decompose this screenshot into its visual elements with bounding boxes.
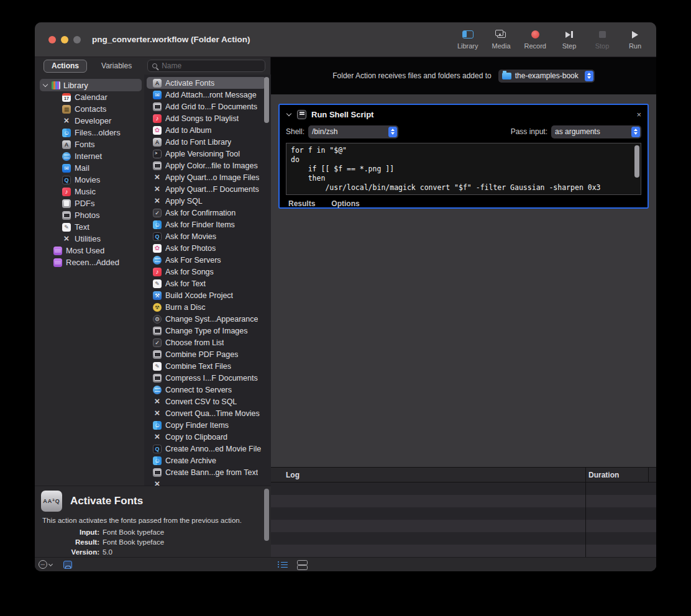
action-list-item[interactable]: Convert Qua...Time Movies (147, 407, 266, 419)
action-list-item[interactable]: Create Bann...ge from Text (147, 466, 266, 478)
toolbar-button-label: Run (629, 42, 641, 50)
action-list-item[interactable]: Ask For Servers (147, 254, 266, 266)
library-category-icon (62, 199, 71, 208)
action-list-item[interactable]: Combine Text Files (147, 360, 266, 372)
media-browser-icon[interactable] (63, 561, 72, 569)
action-item-label: Add to Font Library (165, 138, 231, 147)
log-list-view-icon[interactable] (278, 561, 288, 568)
action-list-item[interactable]: Copy Finder Items (147, 419, 266, 431)
action-block-footer-tab[interactable]: Options (331, 199, 359, 208)
action-list-item[interactable]: Add Grid to...F Documents (147, 101, 266, 112)
action-item-label: Apply Quart...F Documents (165, 185, 259, 194)
action-list-item[interactable]: Add to Album (147, 124, 266, 136)
action-list-item[interactable]: Ask for Songs (147, 266, 266, 278)
action-list-item[interactable]: Change Type of Images (147, 325, 266, 337)
action-list-item[interactable]: Compress I...F Documents (147, 372, 266, 384)
library-category-row[interactable]: Contacts (35, 103, 144, 115)
search-input[interactable] (160, 61, 260, 71)
library-root-row[interactable]: Library (40, 79, 142, 91)
library-category-row[interactable]: Text (35, 221, 144, 233)
description-scrollbar[interactable] (264, 489, 269, 541)
action-menu-button[interactable] (39, 560, 52, 569)
chevron-down-icon[interactable] (43, 82, 48, 87)
library-category-row[interactable]: Music (35, 186, 144, 197)
action-list-item[interactable]: Change Syst...Appearance (147, 313, 266, 325)
action-item-icon (153, 386, 162, 394)
library-category-icon (62, 235, 71, 243)
action-list-item[interactable]: Ask for Text (147, 278, 266, 289)
close-icon[interactable]: × (636, 111, 641, 119)
action-list-item[interactable]: Connect to Servers (147, 384, 266, 396)
action-list-scrollbar[interactable] (264, 77, 269, 123)
library-category-row[interactable]: Movies (35, 174, 144, 186)
description-field-label: Result: (35, 537, 99, 547)
library-category-row[interactable]: Internet (35, 150, 144, 162)
shell-select[interactable]: /bin/zsh (308, 125, 398, 138)
toolbar-button[interactable]: Stop (592, 29, 612, 50)
library-category-row[interactable]: Developer (35, 115, 144, 127)
shell-label: Shell: (286, 127, 304, 136)
action-item-icon (153, 79, 162, 88)
run-shell-script-block[interactable]: Run Shell Script × Shell: /bin/zsh Pass … (278, 104, 649, 209)
library-collection-row[interactable]: Most Used (35, 245, 144, 256)
library-category-row[interactable]: Photos (35, 209, 144, 221)
action-list-item[interactable]: Apple Versioning Tool (147, 148, 266, 160)
action-list-item[interactable]: Build Xcode Project (147, 289, 266, 301)
column-divider[interactable] (585, 468, 586, 483)
close-window-button[interactable] (48, 36, 56, 43)
action-item-label: Apply Color...file to Images (165, 161, 258, 170)
sidebar-tab[interactable]: Variables (93, 60, 140, 73)
action-list-item[interactable]: Combine PDF Pages (147, 348, 266, 360)
toolbar-button[interactable]: Run (625, 29, 645, 50)
action-item-icon (153, 209, 162, 217)
library-category-row[interactable]: Utilities (35, 233, 144, 245)
action-list-item[interactable]: Add to Font Library (147, 136, 266, 148)
action-list-item[interactable]: Apply Quart...F Documents (147, 183, 266, 195)
toolbar-button[interactable]: Record (524, 29, 546, 50)
code-scrollbar[interactable] (634, 145, 639, 178)
action-list-item[interactable]: Convert CSV to SQL (147, 396, 266, 407)
pass-input-label: Pass input: (511, 127, 547, 136)
action-list-item[interactable]: Ask for Confirmation (147, 207, 266, 219)
action-list-item[interactable]: Create Anno...ed Movie File (147, 443, 266, 455)
zoom-window-button[interactable] (73, 36, 81, 43)
toolbar-button[interactable]: Media (492, 29, 511, 50)
action-list-item[interactable]: Burn a Disc (147, 301, 266, 313)
library-category-row[interactable]: Files...olders (35, 127, 144, 138)
toolbar-button[interactable]: Library (457, 29, 478, 50)
action-list-item[interactable]: Ask for Finder Items (147, 219, 266, 230)
sidebar-columns: Library Calendar Contacts Developer File… (35, 75, 271, 486)
window-controls (48, 36, 81, 43)
library-category-row[interactable]: Calendar (35, 91, 144, 103)
chevron-down-icon[interactable] (286, 111, 291, 116)
library-category-row[interactable]: PDFs (35, 197, 144, 209)
action-list-item[interactable]: Ask for Photos (147, 242, 266, 254)
action-block-footer-tab[interactable]: Results (288, 199, 315, 208)
action-list-item[interactable] (147, 478, 266, 486)
sidebar-tab[interactable]: Actions (43, 60, 87, 73)
action-list-item[interactable]: Ask for Movies (147, 230, 266, 242)
shell-select-value: /bin/zsh (312, 127, 342, 136)
folder-select[interactable]: the-examples-book (498, 70, 595, 83)
action-list-item[interactable]: Apply SQL (147, 195, 266, 207)
action-list-item[interactable]: Activate Fonts (147, 77, 266, 89)
action-list-item[interactable]: Choose from List (147, 337, 266, 348)
library-category-row[interactable]: Fonts (35, 138, 144, 150)
action-item-icon (153, 397, 162, 406)
action-list-item[interactable]: Copy to Clipboard (147, 431, 266, 443)
search-field[interactable] (147, 60, 265, 72)
library-category-icon (62, 105, 71, 114)
toolbar-button[interactable]: Step (559, 29, 579, 50)
pass-input-select[interactable]: as arguments (551, 125, 641, 138)
shell-script-editor[interactable]: for f in "$@"do if [[ $f == *.png ]] the… (286, 143, 641, 195)
action-list-item[interactable]: Apply Color...file to Images (147, 160, 266, 171)
action-list-item[interactable]: Add Songs to Playlist (147, 112, 266, 124)
column-divider[interactable] (648, 468, 649, 483)
action-list-item[interactable]: Create Archive (147, 455, 266, 466)
library-category-row[interactable]: Mail (35, 162, 144, 174)
library-collection-row[interactable]: Recen...Added (35, 256, 144, 268)
minimize-window-button[interactable] (61, 36, 68, 43)
action-list-item[interactable]: Apply Quart...o Image Files (147, 171, 266, 183)
action-list-item[interactable]: Add Attach...ront Message (147, 89, 266, 101)
workflow-view-icon[interactable] (297, 559, 306, 569)
